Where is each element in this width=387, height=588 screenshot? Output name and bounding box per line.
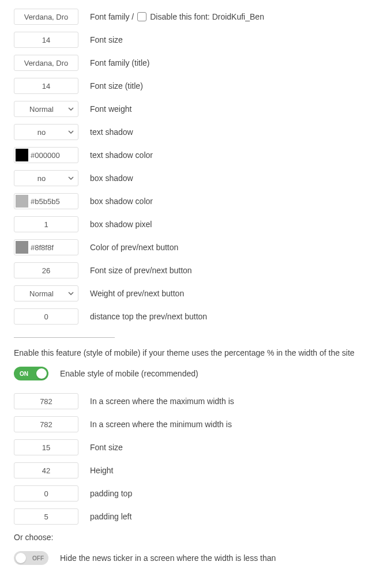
- field-label: padding left: [90, 512, 131, 521]
- style-color-6[interactable]: [14, 147, 78, 163]
- color-value-input[interactable]: [31, 197, 77, 206]
- style-input-1[interactable]: [14, 32, 78, 48]
- field-label: text shadow color: [90, 150, 153, 160]
- style-input-0[interactable]: [14, 9, 78, 25]
- style-input-11[interactable]: [14, 262, 78, 278]
- field-label-pre: Font family /: [90, 12, 134, 21]
- style-input-3[interactable]: [14, 78, 78, 94]
- color-swatch: [16, 241, 28, 254]
- toggle-knob: [36, 368, 47, 379]
- mobile-input-0[interactable]: [14, 393, 78, 409]
- toggle-knob: [16, 553, 26, 563]
- field-label: In a screen where the minimum width is: [90, 420, 232, 429]
- field-label: box shadow: [90, 174, 133, 183]
- field-label: In a screen where the maximum width is: [90, 397, 234, 406]
- color-swatch: [16, 149, 28, 161]
- field-label: Font size of prev/next button: [90, 266, 192, 275]
- style-color-8[interactable]: [14, 193, 78, 209]
- style-select-4[interactable]: Normal: [14, 101, 78, 117]
- or-choose-text: Or choose:: [14, 533, 373, 542]
- field-label: Height: [90, 466, 113, 475]
- field-label: Font size (title): [90, 81, 143, 91]
- style-input-13[interactable]: [14, 308, 78, 325]
- style-input-9[interactable]: [14, 216, 78, 232]
- enable-mobile-style-toggle[interactable]: ON: [14, 367, 48, 380]
- style-input-2[interactable]: [14, 55, 78, 71]
- mobile-input-5[interactable]: [14, 508, 78, 525]
- hide-ticker-label: Hide the news ticker in a screen where t…: [60, 553, 276, 563]
- style-color-10[interactable]: [14, 239, 78, 255]
- color-swatch: [16, 195, 28, 208]
- color-value-input[interactable]: [31, 151, 77, 160]
- mobile-input-4[interactable]: [14, 485, 78, 502]
- mobile-input-1[interactable]: [14, 416, 78, 432]
- color-value-input[interactable]: [31, 243, 77, 252]
- hide-ticker-toggle[interactable]: OFF: [14, 551, 48, 565]
- toggle-on-label: ON: [20, 371, 28, 377]
- style-select-12[interactable]: Normal: [14, 285, 78, 301]
- field-label: distance top the prev/next button: [90, 312, 207, 321]
- field-label: Font family (title): [90, 58, 149, 67]
- field-label: box shadow color: [90, 197, 153, 206]
- field-label: Font size: [90, 443, 123, 452]
- mobile-input-3[interactable]: [14, 462, 78, 478]
- style-select-7[interactable]: no: [14, 170, 78, 186]
- section-divider: [14, 337, 115, 338]
- field-label: Font weight: [90, 104, 131, 114]
- field-label: padding top: [90, 489, 132, 498]
- field-label: Color of prev/next button: [90, 243, 178, 252]
- enable-mobile-style-label: Enable style of mobile (recommended): [60, 369, 198, 378]
- field-label: box shadow pixel: [90, 220, 152, 229]
- disable-font-checkbox[interactable]: [137, 12, 146, 21]
- field-label: Weight of prev/next button: [90, 289, 184, 298]
- mobile-input-2[interactable]: [14, 439, 78, 455]
- field-label-post: Disable this font: DroidKufi_Ben: [150, 12, 264, 21]
- field-label: text shadow: [90, 127, 133, 137]
- mobile-section-description: Enable this feature (style of mobile) if…: [14, 348, 373, 357]
- field-label: Font size: [90, 35, 123, 44]
- toggle-off-label: OFF: [32, 555, 44, 561]
- style-select-5[interactable]: no: [14, 124, 78, 140]
